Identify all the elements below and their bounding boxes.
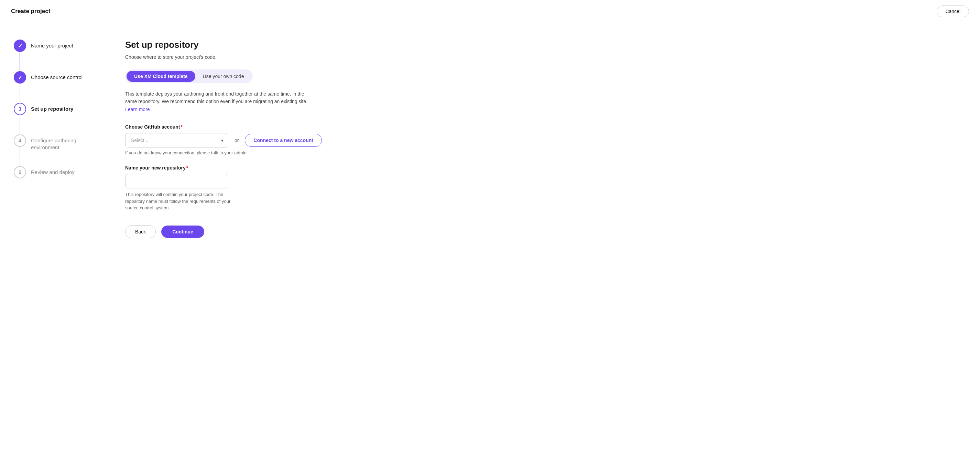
tab-group: Use XM Cloud template Use your own code bbox=[125, 70, 253, 83]
content-title: Set up repository bbox=[125, 40, 958, 50]
repo-name-input[interactable] bbox=[125, 174, 228, 188]
step-item-2: ✓ Choose source control bbox=[14, 71, 89, 103]
step-number-3: 3 bbox=[19, 106, 21, 112]
step-circle-1: ✓ bbox=[14, 40, 26, 52]
page-header: Create project Cancel bbox=[0, 0, 980, 23]
select-wrapper: Select... ▾ bbox=[125, 133, 228, 148]
step-list: ✓ Name your project ✓ Choose source cont… bbox=[14, 40, 89, 178]
github-account-select[interactable]: Select... bbox=[125, 133, 228, 148]
step-label-4: Configure authoring environment bbox=[31, 134, 89, 151]
github-section-label: Choose GitHub account* bbox=[125, 124, 958, 130]
main-content: Set up repository Choose where to store … bbox=[103, 23, 980, 471]
tab-own-code[interactable]: Use your own code bbox=[195, 71, 252, 82]
checkmark-icon-1: ✓ bbox=[18, 43, 22, 49]
step-connector-5: 5 bbox=[14, 166, 26, 178]
step-connector-4: 4 bbox=[14, 134, 26, 166]
step-line-2 bbox=[20, 84, 20, 102]
step-circle-2: ✓ bbox=[14, 71, 26, 84]
github-section: Choose GitHub account* Select... ▾ or Co… bbox=[125, 124, 958, 155]
step-connector-1: ✓ bbox=[14, 40, 26, 71]
learn-more-link[interactable]: Learn more bbox=[125, 107, 150, 112]
step-item-3: 3 Set up repository bbox=[14, 103, 89, 134]
continue-button[interactable]: Continue bbox=[161, 226, 204, 238]
step-circle-3: 3 bbox=[14, 103, 26, 115]
action-row: Back Continue bbox=[125, 225, 958, 238]
cancel-button[interactable]: Cancel bbox=[937, 5, 969, 17]
step-label-5: Review and deploy bbox=[31, 166, 75, 176]
connect-account-button[interactable]: Connect to a new account bbox=[245, 134, 321, 147]
step-line-1 bbox=[20, 53, 20, 70]
step-circle-5: 5 bbox=[14, 166, 26, 178]
content-subtitle: Choose where to store your project's cod… bbox=[125, 54, 958, 60]
page-title: Create project bbox=[11, 8, 50, 15]
step-connector-3: 3 bbox=[14, 103, 26, 134]
step-label-1: Name your project bbox=[31, 40, 73, 49]
step-circle-4: 4 bbox=[14, 134, 26, 147]
sidebar: ✓ Name your project ✓ Choose source cont… bbox=[0, 23, 103, 471]
back-button[interactable]: Back bbox=[125, 225, 156, 238]
main-layout: ✓ Name your project ✓ Choose source cont… bbox=[0, 23, 980, 471]
select-row: Select... ▾ or Connect to a new account bbox=[125, 133, 958, 148]
github-hint: If you do not know your connection, plea… bbox=[125, 150, 958, 155]
template-description: This template deploys your authoring and… bbox=[125, 90, 311, 113]
step-label-3: Set up repository bbox=[31, 103, 73, 112]
step-number-5: 5 bbox=[19, 169, 21, 175]
required-star-github: * bbox=[181, 124, 182, 130]
step-connector-2: ✓ bbox=[14, 71, 26, 103]
repo-section: Name your new repository* This repositor… bbox=[125, 165, 958, 212]
step-line-4 bbox=[20, 148, 20, 165]
step-label-2: Choose source control bbox=[31, 71, 83, 81]
step-item-5: 5 Review and deploy bbox=[14, 166, 89, 178]
or-text: or bbox=[234, 137, 239, 143]
tab-xm-cloud[interactable]: Use XM Cloud template bbox=[127, 71, 195, 82]
repo-hint: This repository will contain your projec… bbox=[125, 191, 242, 212]
step-item-4: 4 Configure authoring environment bbox=[14, 134, 89, 166]
step-item-1: ✓ Name your project bbox=[14, 40, 89, 71]
checkmark-icon-2: ✓ bbox=[18, 74, 22, 81]
step-line-3 bbox=[20, 116, 20, 134]
repo-section-label: Name your new repository* bbox=[125, 165, 958, 170]
step-number-4: 4 bbox=[19, 138, 21, 143]
required-star-repo: * bbox=[186, 165, 188, 170]
